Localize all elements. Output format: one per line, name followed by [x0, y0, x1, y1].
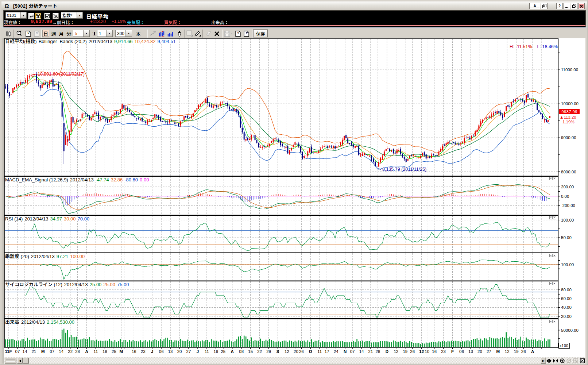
- eraser-button-disabled: [204, 30, 212, 38]
- macd-zero-value: 0.00: [140, 177, 149, 182]
- symbol-type-combo[interactable]: 指数* ▼: [61, 12, 83, 19]
- chart-scrollbar[interactable]: ◀ ▶: [4, 357, 585, 364]
- compare-chart-button[interactable]: [158, 30, 166, 38]
- psych-close-button[interactable]: ×: [553, 282, 556, 285]
- save-button[interactable]: 保存: [253, 30, 268, 37]
- ashi-count-combo[interactable]: 1 ▼: [97, 30, 113, 37]
- new-page-button[interactable]: D: [24, 30, 32, 38]
- svg-text:D: D: [27, 31, 29, 34]
- svg-text:F: F: [451, 349, 454, 354]
- volume-chart-button[interactable]: [166, 30, 174, 38]
- prev-day-diff-label: →前日比：: [53, 19, 74, 25]
- save-image-button-disabled: [223, 30, 233, 38]
- chart-type-button[interactable]: [4, 30, 12, 38]
- period-day-button[interactable]: 日: [42, 30, 49, 37]
- volume-minimize-button[interactable]: −: [549, 320, 553, 323]
- period-week-button[interactable]: 週: [50, 30, 57, 38]
- bars-count-dropdown[interactable]: ▼: [125, 30, 132, 36]
- blue-bars-icon: [167, 31, 174, 37]
- copy-window-button[interactable]: [541, 3, 548, 9]
- svg-text:60.00: 60.00: [561, 296, 572, 301]
- x-icon: [214, 31, 220, 36]
- svg-text:25: 25: [221, 349, 225, 354]
- svg-text:A: A: [85, 349, 88, 354]
- symbol-code-combo[interactable]: 0101 ▼: [5, 12, 27, 19]
- svg-text:40.00: 40.00: [561, 305, 572, 310]
- scroll-left-button[interactable]: ◀: [17, 358, 23, 364]
- trendline-tool-button-disabled: [149, 30, 157, 38]
- zoom-button[interactable]: [15, 30, 23, 38]
- rsi-minimize-button[interactable]: −: [549, 216, 553, 219]
- minute-interval-combo[interactable]: 5 ▼: [73, 30, 90, 37]
- svg-text:06: 06: [459, 349, 464, 354]
- close-button[interactable]: [578, 3, 585, 9]
- copy-icon: [542, 4, 546, 8]
- svg-text:12: 12: [285, 349, 289, 354]
- scale-adjust-button[interactable]: [175, 30, 183, 38]
- minimize-button[interactable]: [564, 3, 570, 9]
- main-date-label: 2012/04/13: [89, 39, 112, 44]
- scrollbar-thumb[interactable]: [23, 358, 29, 364]
- high-annotation: ← 10,891.60 (2011/02/17): [32, 72, 85, 77]
- svg-text:25: 25: [112, 349, 116, 354]
- floppy-icon: [224, 31, 233, 37]
- svg-text:29: 29: [266, 349, 271, 354]
- svg-text:M: M: [120, 349, 123, 354]
- chart-canvas[interactable]: 11000.0010000.009000.008000.00200.000.00…: [4, 38, 585, 357]
- red-blue-bars-icon: [159, 31, 165, 37]
- svg-text:12: 12: [505, 349, 510, 354]
- close-chart-button[interactable]: [580, 358, 585, 363]
- svg-text:11: 11: [317, 349, 322, 354]
- period-minute-button[interactable]: 分: [65, 30, 73, 38]
- symbol-code-dropdown[interactable]: ▼: [20, 12, 26, 18]
- svg-text:20: 20: [477, 349, 482, 354]
- macd-minimize-button[interactable]: −: [549, 177, 553, 180]
- draw-tool-button[interactable]: [194, 30, 202, 38]
- shrink-bars-button[interactable]: [553, 358, 558, 363]
- macd-histogram-value: -80.60: [124, 177, 138, 182]
- symbol-type-dropdown[interactable]: ▼: [77, 12, 82, 18]
- svg-text:10: 10: [425, 349, 429, 354]
- low-percent: L: 18.46%: [537, 44, 558, 49]
- zoom-in-button[interactable]: [560, 358, 565, 363]
- psych-label: サイコロジカルライン (12): [5, 282, 62, 287]
- kairi-minimize-button[interactable]: −: [549, 254, 553, 257]
- expand-bars-button[interactable]: [546, 358, 552, 363]
- page-0-icon: 0: [235, 31, 241, 37]
- high-percent: H: -11.51%: [510, 44, 532, 49]
- svg-text:200.00: 200.00: [561, 185, 574, 189]
- chart-frame: 11000.0010000.009000.008000.00200.000.00…: [4, 38, 585, 357]
- svg-text:11F: 11F: [5, 349, 12, 354]
- scrollbar-grip[interactable]: [5, 358, 16, 364]
- psych-minimize-button[interactable]: −: [549, 282, 553, 285]
- scroll-right-button[interactable]: ▶: [541, 358, 546, 364]
- svg-text:07: 07: [15, 349, 20, 354]
- volume-close-button[interactable]: ×: [553, 320, 556, 323]
- title-bar[interactable]: Ω [5002] 分析チャート A ?: [1, 1, 587, 10]
- restore-button[interactable]: [571, 3, 577, 9]
- delete-drawing-button[interactable]: [213, 30, 221, 38]
- page-output-button[interactable]: 0: [234, 30, 242, 38]
- minute-interval-dropdown[interactable]: ▼: [83, 30, 89, 36]
- bars-count-combo[interactable]: 300 ▼: [115, 30, 132, 37]
- current-price-value: 9,637.99: [31, 19, 53, 24]
- help-button[interactable]: ?: [556, 3, 563, 9]
- svg-text:08: 08: [239, 349, 244, 354]
- svg-text:50000.00: 50000.00: [561, 328, 579, 333]
- rsi-close-button[interactable]: ×: [553, 216, 556, 219]
- font-button[interactable]: A: [529, 3, 540, 9]
- svg-text:16: 16: [432, 349, 437, 354]
- svg-text:D: D: [386, 349, 388, 354]
- svg-text:14: 14: [359, 349, 364, 354]
- print-page-button[interactable]: P: [242, 30, 250, 38]
- kairi-date: 2012/04/13: [31, 254, 55, 259]
- kairi-close-button[interactable]: ×: [553, 254, 556, 257]
- current-price-tag-change: ▲113.20: [560, 115, 576, 119]
- clear-registration-button[interactable]: [53, 13, 59, 19]
- macd-close-button[interactable]: ×: [553, 177, 556, 180]
- macd-signal-value: 32.86: [111, 177, 123, 182]
- svg-text:26: 26: [410, 349, 415, 354]
- svg-text:22: 22: [68, 349, 73, 354]
- ashi-count-dropdown[interactable]: ▼: [106, 30, 112, 36]
- period-month-button[interactable]: 月: [58, 30, 65, 38]
